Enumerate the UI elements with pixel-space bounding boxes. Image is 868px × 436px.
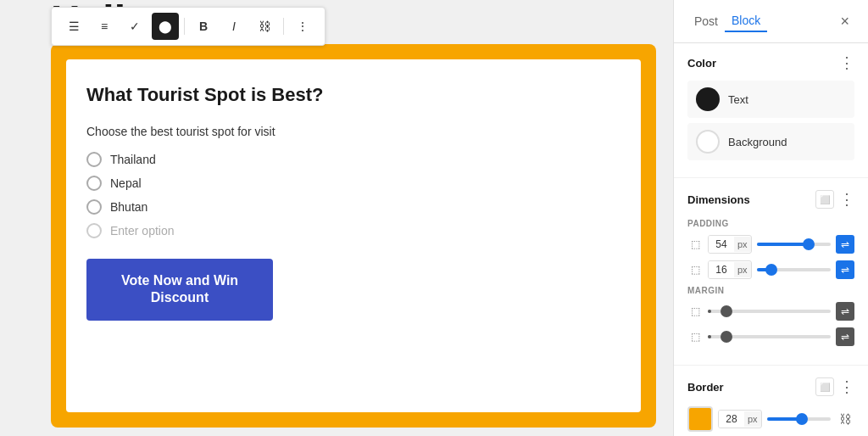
border-unit: px	[744, 411, 761, 427]
panel-header: Post Block ×	[674, 0, 868, 43]
padding-v-value-box[interactable]: px	[708, 235, 752, 254]
poll-option-thailand[interactable]: Thailand	[86, 152, 620, 167]
margin-h-adjust-icon[interactable]: ⇌	[836, 327, 854, 346]
separator-1	[184, 18, 185, 35]
padding-h-value-box[interactable]: px	[708, 260, 752, 279]
poll-subtitle: Choose the best tourist spot for visit	[86, 125, 620, 138]
color-section: Color ⋮ Text Background	[674, 43, 868, 178]
border-section-header: Border ⬜ ⋮	[687, 377, 854, 396]
separator-2	[283, 18, 284, 35]
poll-option-label-enter: Enter option	[110, 224, 175, 238]
margin-h-slider[interactable]	[708, 335, 831, 338]
list-button[interactable]: ☰	[60, 13, 87, 40]
margin-label: MARGIN	[687, 286, 854, 295]
margin-horizontal-row: ⬚ ⇌	[687, 327, 854, 346]
block-tab[interactable]: Block	[725, 10, 767, 32]
poll-option-bhutan[interactable]: Bhutan	[86, 199, 620, 215]
poll-option-label-bhutan: Bhutan	[110, 200, 147, 214]
border-value-box[interactable]: px	[718, 410, 762, 428]
background-color-swatch	[696, 130, 720, 154]
padding-v-unit: px	[734, 237, 751, 252]
color-section-header: Color ⋮	[687, 55, 854, 70]
poll-option-enter[interactable]: Enter option	[86, 223, 620, 238]
poll-radio-nepal	[86, 176, 102, 191]
poll-option-label-thailand: Thailand	[110, 153, 156, 166]
align-button[interactable]: ≡	[91, 13, 118, 40]
poll-inner: What Tourist Spot is Best? Choose the be…	[66, 59, 641, 412]
link-button[interactable]: ⛓	[251, 13, 278, 40]
padding-h-slider[interactable]	[757, 268, 831, 271]
poll-radio-enter	[86, 223, 102, 238]
padding-vertical-row: ⬚ px ⇌	[687, 235, 854, 254]
background-color-row[interactable]: Background	[687, 123, 854, 160]
dimensions-more-icon[interactable]: ⋮	[839, 192, 854, 207]
padding-v-input[interactable]	[709, 236, 734, 253]
close-button[interactable]: ×	[835, 11, 854, 32]
post-tab[interactable]: Post	[687, 11, 725, 31]
padding-v-slider[interactable]	[757, 243, 831, 246]
border-slider[interactable]	[767, 417, 831, 421]
bold-button[interactable]: B	[190, 13, 217, 40]
dimensions-expand-btn[interactable]: ⬜	[815, 190, 834, 209]
dimensions-section: Dimensions ⬜ ⋮ PADDING ⬚ px ⇌	[674, 178, 868, 366]
more-options-button[interactable]: ⋮	[289, 13, 316, 40]
poll-radio-bhutan	[86, 199, 102, 215]
right-panel: Post Block × Color ⋮ Text Background Dim…	[673, 0, 868, 436]
border-section-title: Border	[687, 381, 724, 394]
padding-h-input[interactable]	[709, 261, 734, 278]
check-button[interactable]: ✓	[121, 13, 148, 40]
border-expand-btn[interactable]: ⬜	[815, 377, 834, 396]
poll-option-nepal[interactable]: Nepal	[86, 176, 620, 191]
dimensions-section-title: Dimensions	[687, 193, 750, 206]
italic-button[interactable]: I	[220, 13, 248, 40]
padding-h-unit: px	[734, 262, 751, 277]
color-more-icon[interactable]: ⋮	[839, 55, 854, 70]
border-width-input[interactable]	[719, 411, 744, 428]
poll-options: Thailand Nepal Bhutan Enter option	[86, 152, 620, 238]
dimensions-section-header: Dimensions ⬜ ⋮	[687, 190, 854, 209]
border-control-row: px ⛓	[687, 406, 854, 432]
border-section: Border ⬜ ⋮ px ⛓	[674, 366, 868, 436]
poll-vote-button[interactable]: Vote Now and Win Discount	[86, 259, 273, 321]
poll-block: What Tourist Spot is Best? Choose the be…	[51, 44, 656, 428]
margin-v-adjust-icon[interactable]: ⇌	[836, 302, 854, 321]
text-color-row[interactable]: Text	[687, 81, 854, 118]
padding-h-adjust-icon[interactable]: ⇌	[836, 260, 854, 279]
border-more-icon[interactable]: ⋮	[839, 379, 854, 394]
left-panel: Hell ☰ ≡ ✓ ⬤ B I ⛓ ⋮ What Tourist Spot i…	[0, 0, 673, 436]
poll-option-label-nepal: Nepal	[110, 176, 142, 190]
text-color-label: Text	[728, 93, 748, 106]
background-color-label: Background	[728, 136, 787, 148]
margin-v-icon: ⬚	[687, 304, 703, 319]
margin-v-slider[interactable]	[708, 310, 831, 313]
color-section-title: Color	[687, 57, 716, 70]
padding-h-icon: ⬚	[687, 262, 703, 277]
padding-v-icon: ⬚	[687, 237, 703, 252]
text-color-swatch	[696, 87, 720, 111]
padding-label: PADDING	[687, 219, 854, 228]
poll-title: What Tourist Spot is Best?	[86, 83, 620, 108]
margin-h-icon: ⬚	[687, 329, 703, 344]
poll-radio-thailand	[86, 152, 102, 167]
padding-horizontal-row: ⬚ px ⇌	[687, 260, 854, 279]
border-link-icon[interactable]: ⛓	[836, 410, 854, 428]
circle-button[interactable]: ⬤	[152, 13, 179, 40]
block-toolbar: ☰ ≡ ✓ ⬤ B I ⛓ ⋮	[51, 7, 326, 46]
border-color-swatch[interactable]	[687, 406, 713, 432]
padding-v-adjust-icon[interactable]: ⇌	[836, 235, 854, 254]
panel-body: Color ⋮ Text Background Dimensions ⬜ ⋮ P	[674, 43, 868, 436]
margin-vertical-row: ⬚ ⇌	[687, 302, 854, 321]
